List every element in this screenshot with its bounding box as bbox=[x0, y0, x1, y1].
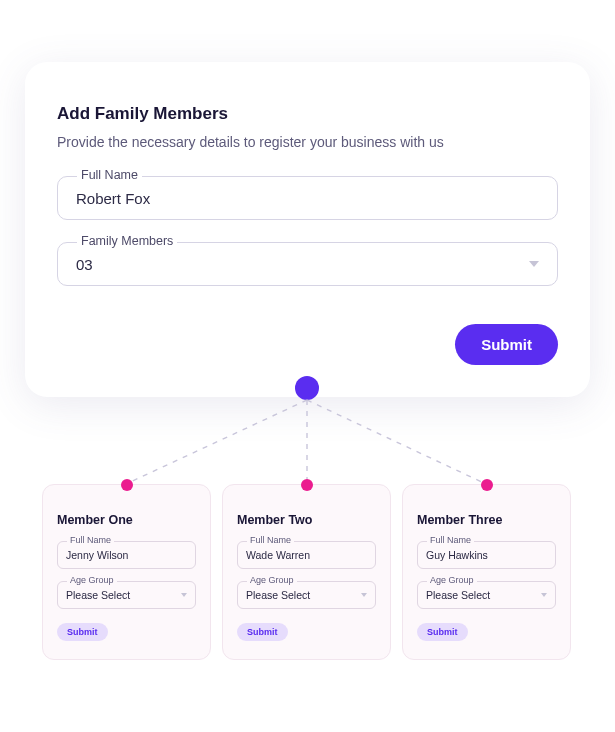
member-age-group-select[interactable]: Please Select bbox=[57, 581, 196, 609]
member-full-name-input[interactable] bbox=[417, 541, 556, 569]
chevron-down-icon bbox=[541, 593, 547, 597]
family-members-value: 03 bbox=[76, 256, 93, 273]
full-name-label: Full Name bbox=[77, 168, 142, 182]
family-members-label: Family Members bbox=[77, 234, 177, 248]
member-full-name-label: Full Name bbox=[67, 535, 114, 545]
member-dot-icon bbox=[481, 479, 493, 491]
full-name-input[interactable] bbox=[57, 176, 558, 220]
member-full-name-input[interactable] bbox=[57, 541, 196, 569]
member-age-group-label: Age Group bbox=[67, 575, 117, 585]
member-full-name-label: Full Name bbox=[427, 535, 474, 545]
member-full-name-input[interactable] bbox=[237, 541, 376, 569]
member-submit-button[interactable]: Submit bbox=[417, 623, 468, 641]
member-submit-button[interactable]: Submit bbox=[57, 623, 108, 641]
member-card-2: Member Two Full Name Age Group Please Se… bbox=[222, 484, 391, 660]
family-members-select[interactable]: 03 bbox=[57, 242, 558, 286]
member-dot-icon bbox=[121, 479, 133, 491]
member-submit-button[interactable]: Submit bbox=[237, 623, 288, 641]
member-age-group-value: Please Select bbox=[66, 589, 130, 601]
member-dot-icon bbox=[301, 479, 313, 491]
main-subtitle: Provide the necessary details to registe… bbox=[57, 134, 558, 150]
family-members-field: Family Members 03 bbox=[57, 242, 558, 286]
main-form-card: Add Family Members Provide the necessary… bbox=[25, 62, 590, 397]
member-age-group-value: Please Select bbox=[246, 589, 310, 601]
member-full-name-label: Full Name bbox=[247, 535, 294, 545]
svg-line-2 bbox=[307, 400, 486, 484]
member-age-group-select[interactable]: Please Select bbox=[237, 581, 376, 609]
member-full-name-field: Full Name bbox=[57, 541, 196, 569]
member-age-group-field: Age Group Please Select bbox=[237, 581, 376, 609]
member-card-1: Member One Full Name Age Group Please Se… bbox=[42, 484, 211, 660]
chevron-down-icon bbox=[529, 261, 539, 267]
member-full-name-field: Full Name bbox=[237, 541, 376, 569]
member-full-name-field: Full Name bbox=[417, 541, 556, 569]
member-age-group-field: Age Group Please Select bbox=[417, 581, 556, 609]
hub-dot bbox=[295, 376, 319, 400]
member-age-group-label: Age Group bbox=[427, 575, 477, 585]
member-age-group-select[interactable]: Please Select bbox=[417, 581, 556, 609]
member-title: Member One bbox=[57, 513, 196, 527]
chevron-down-icon bbox=[361, 593, 367, 597]
member-title: Member Two bbox=[237, 513, 376, 527]
member-age-group-field: Age Group Please Select bbox=[57, 581, 196, 609]
member-age-group-label: Age Group bbox=[247, 575, 297, 585]
member-title: Member Three bbox=[417, 513, 556, 527]
main-title: Add Family Members bbox=[57, 104, 558, 124]
svg-line-0 bbox=[126, 400, 307, 484]
chevron-down-icon bbox=[181, 593, 187, 597]
member-card-3: Member Three Full Name Age Group Please … bbox=[402, 484, 571, 660]
full-name-field: Full Name bbox=[57, 176, 558, 220]
member-age-group-value: Please Select bbox=[426, 589, 490, 601]
submit-button[interactable]: Submit bbox=[455, 324, 558, 365]
